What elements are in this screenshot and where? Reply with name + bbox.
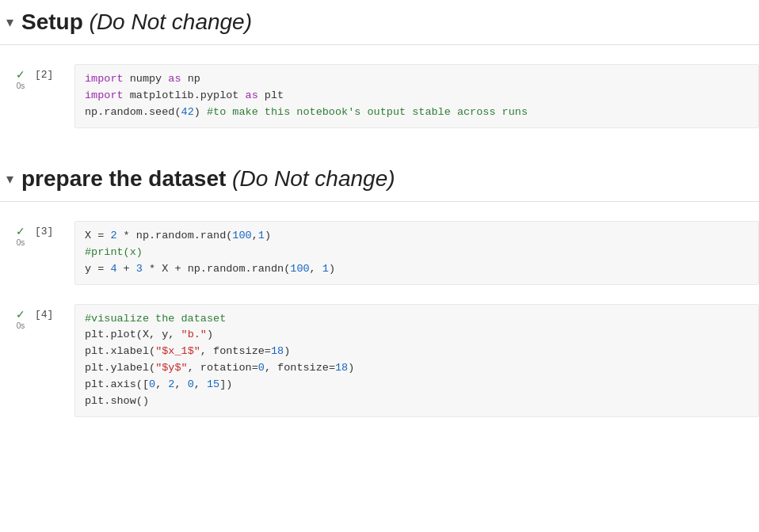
code-token: 100 [290,263,309,275]
code-token: #to make this notebook's output stable a… [207,106,528,118]
code-token: , [310,263,322,275]
code-token: ]) [219,378,232,390]
code-block[interactable]: #visualize the datasetplt.plot(X, y, "b.… [74,304,759,418]
code-token: 1 [322,263,329,275]
code-token: 18 [335,362,348,374]
code-line: plt.show() [85,393,749,410]
code-line: np.random.seed(42) #to make this noteboo… [85,104,749,121]
heading-text: Setup (Do Not change) [21,10,252,35]
collapse-arrow[interactable]: ▾ [6,170,13,188]
code-token: as [168,73,181,85]
cell-label: [3] [35,221,74,238]
code-block[interactable]: X = 2 * np.random.rand(100,1)#print(x)y … [74,221,759,285]
exec-time: 0s [17,238,25,247]
run-indicator: ✓ [16,226,25,237]
code-token: 2 [110,230,116,241]
code-token: #print(x) [85,246,143,258]
collapse-arrow[interactable]: ▾ [6,13,13,31]
code-line: plt.xlabel("$x_1$", fontsize=18) [85,344,749,360]
run-indicator: ✓ [16,309,25,320]
code-token: plt [258,89,284,101]
code-token: 42 [181,106,194,118]
code-line: import numpy as np [85,71,749,88]
code-line: plt.plot(X, y, "b.") [85,327,749,344]
code-token: matplotlib.pyplot [124,89,246,101]
heading-text: prepare the dataset (Do Not change) [21,166,395,192]
code-line: X = 2 * np.random.rand(100,1) [85,228,749,245]
run-indicator: ✓ [16,69,25,80]
code-token: plt.ylabel( [85,362,155,374]
code-line: #visualize the dataset [85,311,749,328]
code-token: 3 [136,263,143,275]
code-block[interactable]: import numpy as npimport matplotlib.pypl… [74,64,759,128]
code-line: #print(x) [85,245,749,261]
notebook: ▾Setup (Do Not change)✓0s[2]import numpy… [0,0,759,532]
cell-label: [2] [35,64,74,81]
code-token: 0 [188,378,194,390]
code-token: 15 [207,378,219,390]
code-cell-3: ✓0s[3]X = 2 * np.random.rand(100,1)#prin… [6,218,759,288]
code-token: "b." [181,329,207,340]
code-token: plt.axis([ [85,378,149,390]
code-token: , [252,230,258,241]
code-token: plt.plot(X, y, [85,329,181,340]
code-token: 4 [110,263,116,275]
code-token: , fontsize= [265,362,335,374]
code-token: 18 [271,345,284,357]
code-token: np [181,73,200,85]
cell-gutter: ✓0s [6,64,35,90]
code-token: + [117,263,136,275]
code-token: plt.show() [85,395,149,407]
exec-time: 0s [17,321,25,330]
code-token: plt.xlabel( [85,345,155,357]
code-token: 100 [232,230,251,241]
cell-gutter: ✓0s [6,304,35,330]
code-token: , [155,378,168,390]
exec-time: 0s [17,82,25,90]
code-token: "$y$" [155,362,188,374]
code-token: np.random.seed( [85,106,181,118]
code-token: 1 [258,230,265,241]
code-token: , fontsize= [200,345,271,357]
code-token: ) [265,230,271,241]
code-token: ) [284,345,290,357]
section-heading-prepare: ▾prepare the dataset (Do Not change) [0,157,759,202]
code-token: ) [207,329,213,340]
code-token: import [85,89,124,101]
code-token: * X + np.random.randn( [143,263,290,275]
code-token: "$x_1$" [155,345,200,357]
code-line: import matplotlib.pyplot as plt [85,88,749,104]
code-token: ) [194,106,207,118]
code-token: y = [85,263,110,275]
code-token: 0 [258,362,265,374]
code-token: import [85,73,124,85]
code-line: plt.axis([0, 2, 0, 15]) [85,377,749,393]
cell-gutter: ✓0s [6,221,35,247]
code-token: 0 [149,378,155,390]
code-cell-2: ✓0s[2]import numpy as npimport matplotli… [6,61,759,131]
code-token: #visualize the dataset [85,313,226,325]
code-token: , rotation= [188,362,258,374]
cell-label: [4] [35,304,74,321]
section-heading-setup: ▾Setup (Do Not change) [0,0,759,45]
code-line: plt.ylabel("$y$", rotation=0, fontsize=1… [85,360,749,377]
code-token: ) [329,263,335,275]
code-token: X = [85,230,110,241]
code-token: * np.random.rand( [117,230,233,241]
code-token: as [246,89,258,101]
code-cell-4: ✓0s[4]#visualize the datasetplt.plot(X, … [6,301,759,421]
code-token: ) [348,362,354,374]
code-token: , [174,378,187,390]
code-line: y = 4 + 3 * X + np.random.randn(100, 1) [85,261,749,278]
code-token: numpy [124,73,169,85]
code-token: , [194,378,207,390]
